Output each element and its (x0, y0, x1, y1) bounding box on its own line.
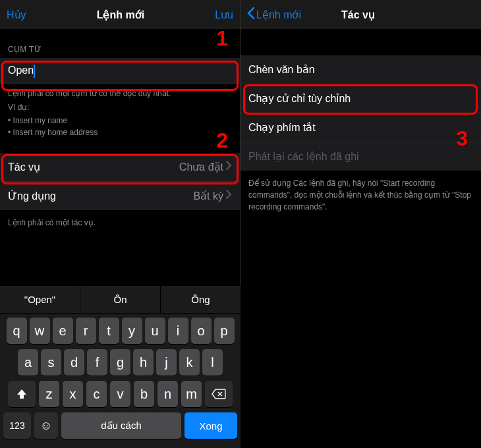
action-label: Chèn văn bản (248, 63, 315, 76)
app-label: Ứng dụng (8, 190, 56, 202)
key-u[interactable]: u (145, 318, 165, 344)
navbar-right: Lệnh mới Tác vụ (240, 0, 481, 29)
action-insert-text[interactable]: Chèn văn bản (240, 55, 481, 84)
key-d[interactable]: d (64, 349, 84, 376)
key-emoji[interactable]: ☺ (34, 412, 58, 439)
suggestion-3[interactable]: Ông (161, 286, 240, 313)
key-k[interactable]: k (179, 349, 200, 376)
chevron-right-icon (226, 161, 232, 173)
suggestion-bar: "Open" Ôn Ông (0, 286, 240, 314)
key-o[interactable]: o (191, 318, 212, 344)
action-value: Chưa đặt (179, 161, 232, 173)
action-list-screen: Lệnh mới Tác vụ Chèn văn bản Chạy cử chỉ… (240, 0, 481, 448)
key-b[interactable]: b (134, 381, 154, 407)
key-p[interactable]: p (214, 318, 235, 344)
key-a[interactable]: a (18, 349, 38, 376)
kb-row-3: z x c v b n m (2, 381, 239, 407)
help-example-label: Ví dụ: (0, 101, 240, 115)
key-e[interactable]: e (53, 318, 73, 344)
key-j[interactable]: j (156, 349, 177, 376)
kb-row-1: q w e r t y u i o p (2, 318, 239, 344)
key-s[interactable]: s (41, 349, 61, 376)
action-label: Phát lại các lệnh đã ghi (248, 150, 359, 163)
action-row[interactable]: Tác vụ Chưa đặt (0, 153, 240, 182)
key-c[interactable]: c (86, 381, 107, 407)
action-label: Tác vụ (8, 161, 40, 173)
action-list: Chèn văn bản Chạy cử chỉ tùy chỉnh Chạy … (240, 55, 481, 171)
key-w[interactable]: w (30, 318, 50, 344)
key-backspace[interactable] (205, 381, 233, 407)
footer-text-left: Lệnh phải có một tác vụ. (0, 210, 240, 235)
action-custom-gesture[interactable]: Chạy cử chỉ tùy chỉnh (240, 84, 481, 113)
phrase-input-row[interactable]: Open (0, 58, 240, 84)
settings-group: Tác vụ Chưa đặt Ứng dụng Bất kỳ (0, 153, 240, 210)
action-label: Chạy cử chỉ tùy chỉnh (248, 92, 351, 105)
soft-keyboard: "Open" Ôn Ông q w e r t y u i o p (0, 286, 240, 448)
kb-row-2: a s d f g h j k l (2, 349, 239, 376)
chevron-left-icon (247, 7, 255, 22)
cancel-button[interactable]: Hủy (7, 9, 26, 21)
key-z[interactable]: z (39, 381, 59, 407)
help-example-2: • Insert my home address (0, 126, 240, 138)
key-return[interactable]: Xong (184, 412, 237, 439)
app-row[interactable]: Ứng dụng Bất kỳ (0, 182, 240, 210)
key-space[interactable]: dấu cách (61, 412, 181, 439)
suggestion-2[interactable]: Ôn (80, 286, 161, 313)
annotation-1: 1 (216, 26, 228, 51)
annotation-3: 3 (456, 126, 468, 151)
text-cursor (34, 65, 35, 78)
key-v[interactable]: v (110, 381, 130, 407)
action-run-shortcut[interactable]: Chạy phím tắt (240, 113, 481, 142)
navbar-left: Hủy Lệnh mới Lưu (0, 0, 240, 29)
key-r[interactable]: r (76, 318, 96, 344)
key-f[interactable]: f (87, 349, 107, 376)
key-i[interactable]: i (168, 318, 188, 344)
chevron-right-icon (226, 190, 232, 202)
annotation-2: 2 (216, 128, 228, 153)
section-header-phrase: CỤM TỪ (0, 29, 240, 58)
key-l[interactable]: l (202, 349, 223, 376)
key-n[interactable]: n (157, 381, 178, 407)
footer-text-right: Để sử dụng Các lệnh đã ghi, hãy nói "Sta… (240, 171, 481, 219)
back-button[interactable]: Lệnh mới (247, 7, 301, 22)
nav-title: Lệnh mới (97, 9, 144, 21)
key-123[interactable]: 123 (3, 412, 31, 439)
key-q[interactable]: q (7, 318, 27, 344)
help-example-1: • Insert my name (0, 115, 240, 126)
key-shift[interactable] (8, 381, 36, 407)
suggestion-1[interactable]: "Open" (0, 286, 80, 313)
action-playback-recorded: Phát lại các lệnh đã ghi (240, 142, 481, 171)
emoji-icon: ☺ (40, 419, 52, 433)
key-h[interactable]: h (133, 349, 154, 376)
help-text: Lệnh phải có một cụm từ có thể đọc duy n… (0, 84, 240, 101)
key-x[interactable]: x (63, 381, 83, 407)
key-t[interactable]: t (99, 318, 119, 344)
nav-title-right: Tác vụ (341, 9, 375, 21)
key-g[interactable]: g (110, 349, 130, 376)
new-command-screen: Hủy Lệnh mới Lưu CỤM TỪ Open Lệnh phải c… (0, 0, 240, 448)
phrase-input[interactable]: Open (8, 65, 34, 76)
action-label: Chạy phím tắt (248, 121, 316, 134)
save-button[interactable]: Lưu (215, 9, 233, 21)
backspace-icon (212, 389, 226, 399)
key-m[interactable]: m (181, 381, 202, 407)
app-value: Bất kỳ (193, 190, 232, 202)
kb-row-4: 123 ☺ dấu cách Xong (2, 412, 239, 439)
key-y[interactable]: y (122, 318, 142, 344)
shift-icon (16, 388, 28, 400)
